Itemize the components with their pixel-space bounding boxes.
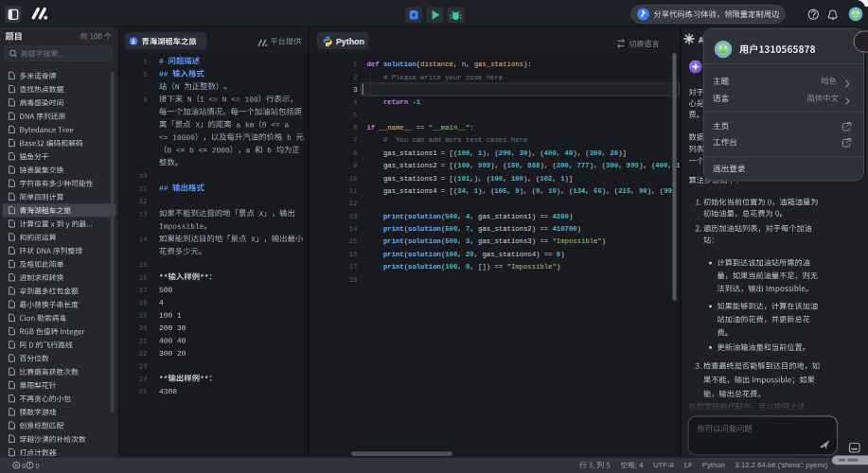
svg-text:gas_stations4 = [(34, 1), (105: gas_stations4 = [(34, 1), (105, 9), (9, …	[367, 187, 701, 195]
svg-text:return -1: return -1	[367, 98, 421, 106]
svg-text:gas_stations1 = [(100, 1), (20: gas_stations1 = [(100, 1), (200, 30), (4…	[367, 149, 627, 157]
svg-text:print(solution(500, 3, gas_sta: print(solution(500, 3, gas_stations3) ==…	[367, 237, 607, 245]
svg-text:8: 8	[353, 149, 357, 157]
svg-text:13: 13	[349, 213, 358, 220]
svg-text:16: 16	[349, 251, 358, 258]
svg-text:gas_stations3 = [(101,), (100,: gas_stations3 = [(101,), (100, 100), (10…	[367, 175, 574, 183]
svg-text:print(solution(500, 7, gas_sta: print(solution(500, 7, gas_stations2) ==…	[367, 225, 581, 233]
svg-text:10: 10	[349, 175, 358, 183]
svg-text:if __name__ == "__main__":: if __name__ == "__main__":	[367, 124, 474, 131]
svg-text:18: 18	[349, 276, 358, 284]
svg-text:17: 17	[349, 263, 358, 271]
svg-text:6: 6	[353, 124, 357, 131]
svg-text:2: 2	[353, 74, 357, 81]
svg-text:9: 9	[353, 162, 357, 169]
svg-text:5: 5	[353, 112, 357, 119]
svg-text:0: 0	[22, 462, 26, 470]
svg-text:3.12.2 64-bit ('shims': pyenv): 3.12.2 64-bit ('shims': pyenv)	[735, 461, 828, 469]
svg-text:UTF-8: UTF-8	[653, 461, 674, 469]
svg-text:Python: Python	[702, 461, 725, 469]
svg-text:14: 14	[349, 225, 358, 233]
svg-text:print(solution(100, 0, []) ==: print(solution(100, 0, []) == "Impossibl…	[367, 263, 561, 271]
svg-text:# You can add more test cases: # You can add more test cases here	[367, 136, 528, 144]
svg-text:def solution(distance, n, gas_: def solution(distance, n, gas_stations):	[367, 61, 532, 68]
svg-text:print(solution(100, 20, gas_st: print(solution(100, 20, gas_stations4) =…	[367, 251, 565, 258]
svg-text:7: 7	[353, 136, 357, 144]
svg-text:11: 11	[349, 187, 358, 195]
svg-text:3: 3	[353, 86, 357, 94]
svg-text:15: 15	[349, 237, 358, 245]
svg-text:12: 12	[349, 200, 358, 207]
svg-text:print(solution(500, 4, gas_sta: print(solution(500, 4, gas_stations1) ==…	[367, 213, 574, 220]
svg-text:Python: Python	[336, 37, 364, 46]
svg-text:0: 0	[36, 462, 40, 470]
svg-text:# Please write your code here: # Please write your code here	[367, 74, 504, 81]
svg-text:1: 1	[353, 61, 357, 68]
svg-text:LF: LF	[684, 461, 693, 469]
svg-text:4: 4	[353, 98, 357, 106]
